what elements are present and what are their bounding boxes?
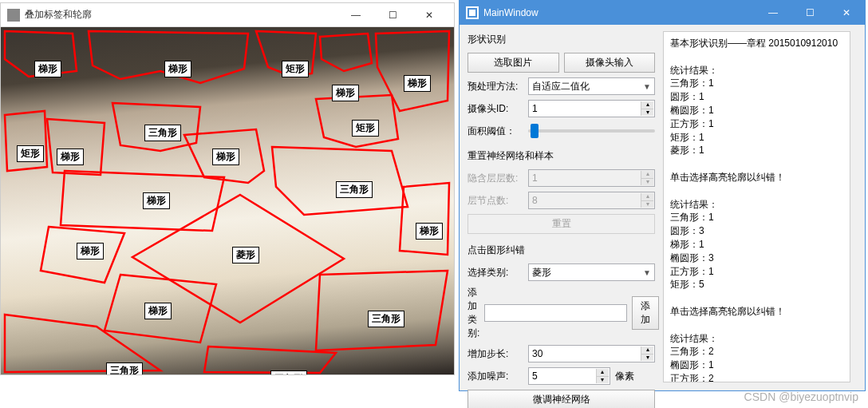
image-viewer-content[interactable]: 梯形梯形矩形梯形梯形三角形矩形矩形梯形梯形梯形三角形梯形梯形菱形三角形梯形三角形…: [1, 27, 454, 374]
image-viewer-titlebar: 叠加标签和轮廓 — ☐ ✕: [1, 3, 454, 27]
correction-title: 点击图形纠错: [468, 244, 655, 257]
shape-label: 三角形: [270, 370, 307, 374]
close-button[interactable]: ✕: [411, 3, 448, 27]
main-app-icon: [466, 6, 479, 19]
step-label: 增加步长:: [468, 347, 523, 361]
results-block2: 统计结果： 三角形：1 圆形：3 梯形：1 椭圆形：3 正方形：1 矩形：5: [670, 199, 718, 291]
correction-group: 点击图形纠错 选择类别: 菱形 ▼ 添加类别: 添加 增加步长: 30: [468, 242, 655, 408]
preprocess-label: 预处理方法:: [468, 80, 523, 93]
shape-label: 三角形: [106, 362, 143, 374]
reset-button: 重置: [468, 214, 655, 234]
noise-value: 5: [532, 370, 538, 382]
results-textbox[interactable]: 基本形状识别——章程 2015010912010 统计结果： 三角形：1 圆形：…: [663, 31, 850, 382]
image-viewer-title: 叠加标签和轮廓: [25, 8, 337, 22]
preprocess-value: 自适应二值化: [532, 80, 590, 93]
layer-nodes-spin: 8 ▴▾: [528, 192, 655, 209]
svg-rect-1: [469, 10, 475, 16]
shape-label: 矩形: [17, 145, 44, 162]
reset-nn-group: 重置神经网络和样本 隐含层层数: 1 ▴▾ 层节点数: 8 ▴▾ 重置: [468, 148, 655, 239]
shape-label: 三角形: [144, 125, 181, 141]
results-hint2: 单击选择高亮轮廓以纠错！: [670, 306, 785, 317]
shape-recognition-group: 形状识别 选取图片 摄像头输入 预处理方法: 自适应二值化 ▼ 摄像头ID: 1: [468, 31, 655, 145]
shape-label: 梯形: [34, 61, 61, 77]
main-titlebar: MainWindow — ☐ ✕: [460, 1, 865, 25]
spin-down-icon[interactable]: ▾: [641, 109, 653, 117]
select-category-value: 菱形: [532, 266, 551, 279]
area-threshold-slider[interactable]: [528, 122, 655, 140]
shape-label: 三角形: [368, 311, 404, 327]
shape-label: 梯形: [404, 75, 431, 92]
slider-track: [528, 129, 655, 133]
results-block3: 统计结果： 三角形：2 椭圆形：1 正方形：2 矩形：4 菱形：1: [670, 333, 718, 382]
shape-label: 梯形: [143, 192, 170, 209]
results-header: 基本形状识别——章程 2015010912010: [670, 38, 838, 49]
spin-down-icon[interactable]: ▾: [596, 377, 609, 384]
left-panel: 形状识别 选取图片 摄像头输入 预处理方法: 自适应二值化 ▼ 摄像头ID: 1: [460, 25, 663, 390]
spin-down-icon: ▾: [641, 201, 653, 208]
main-body: 形状识别 选取图片 摄像头输入 预处理方法: 自适应二值化 ▼ 摄像头ID: 1: [460, 25, 865, 390]
results-block1: 统计结果： 三角形：1 圆形：1 椭圆形：1 正方形：1 矩形：1 菱形：1: [670, 65, 718, 156]
shape-label: 梯形: [212, 149, 239, 165]
minimize-button[interactable]: —: [337, 3, 374, 27]
step-spin[interactable]: 30 ▴▾: [528, 345, 655, 362]
preprocess-combo[interactable]: 自适应二值化 ▼: [528, 77, 655, 95]
camid-label: 摄像头ID:: [468, 102, 523, 116]
image-viewer-window: 叠加标签和轮廓 — ☐ ✕ 梯形: [0, 2, 455, 375]
add-category-input[interactable]: [484, 304, 627, 322]
select-category-combo[interactable]: 菱形 ▼: [528, 263, 655, 281]
main-window: MainWindow — ☐ ✕ 形状识别 选取图片 摄像头输入 预处理方法: …: [459, 0, 866, 391]
camid-spin[interactable]: 1 ▴▾: [528, 100, 655, 117]
shape-label: 梯形: [416, 223, 443, 240]
reset-nn-title: 重置神经网络和样本: [468, 149, 655, 163]
noise-unit: 像素: [615, 370, 634, 383]
shape-label: 梯形: [57, 149, 84, 165]
chevron-down-icon: ▼: [643, 82, 651, 91]
watermark: CSDN @biyezuoptnvip: [744, 390, 858, 403]
layer-nodes-label: 层节点数:: [468, 194, 523, 208]
add-category-label: 添加类别:: [468, 286, 479, 340]
select-category-label: 选择类别:: [468, 266, 523, 279]
main-window-title: MainWindow: [483, 7, 755, 18]
chevron-down-icon: ▼: [643, 268, 651, 277]
select-image-button[interactable]: 选取图片: [468, 53, 559, 73]
shape-label: 梯形: [77, 243, 104, 259]
spin-down-icon[interactable]: ▾: [641, 355, 653, 362]
step-value: 30: [532, 348, 542, 359]
noise-spin[interactable]: 5 ▴▾: [528, 367, 610, 385]
hidden-layers-spin: 1 ▴▾: [528, 169, 655, 187]
hidden-layers-label: 隐含层层数:: [468, 172, 523, 185]
main-close-button[interactable]: ✕: [828, 1, 865, 25]
right-panel: 基本形状识别——章程 2015010912010 统计结果： 三角形：1 圆形：…: [663, 25, 858, 390]
hidden-layers-value: 1: [532, 172, 538, 184]
maximize-button[interactable]: ☐: [374, 3, 411, 27]
noise-label: 添加噪声:: [468, 370, 523, 383]
finetune-button[interactable]: 微调神经网络: [468, 390, 655, 408]
shape-label: 矩形: [282, 61, 309, 77]
slider-thumb[interactable]: [531, 124, 539, 138]
shape-recognition-title: 形状识别: [468, 33, 655, 46]
shape-label: 梯形: [332, 85, 359, 101]
app-icon: [7, 9, 20, 22]
main-maximize-button[interactable]: ☐: [791, 1, 828, 25]
shape-label: 菱形: [232, 247, 259, 263]
shape-label: 梯形: [144, 303, 172, 319]
camid-value: 1: [532, 103, 538, 114]
shape-label: 三角形: [336, 181, 373, 198]
shape-label: 矩形: [352, 120, 379, 137]
main-minimize-button[interactable]: —: [755, 1, 791, 25]
area-threshold-label: 面积阈值：: [468, 125, 523, 138]
add-button[interactable]: 添加: [632, 296, 659, 330]
spin-down-icon: ▾: [641, 179, 653, 186]
shape-label: 梯形: [164, 61, 191, 77]
results-hint1: 单击选择高亮轮廓以纠错！: [670, 172, 785, 183]
layer-nodes-value: 8: [532, 195, 538, 206]
camera-input-button[interactable]: 摄像头输入: [564, 53, 656, 73]
